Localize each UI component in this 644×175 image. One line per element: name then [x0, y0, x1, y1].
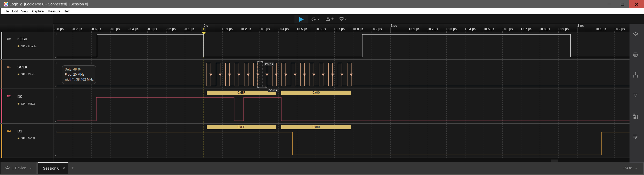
svg-text:3: 3: [635, 72, 636, 75]
svg-text:1F: 1F: [312, 18, 315, 21]
svg-text:1F: 1F: [634, 53, 637, 56]
svg-text:3: 3: [327, 17, 329, 19]
